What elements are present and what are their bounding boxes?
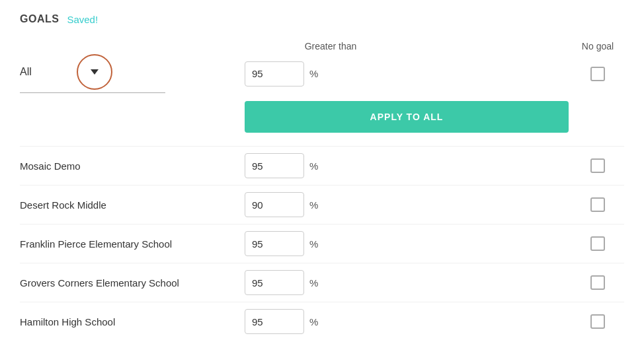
school-percent-symbol: %	[309, 199, 318, 211]
school-no-goal-checkbox[interactable]	[590, 158, 605, 173]
all-row: All %	[20, 54, 624, 93]
school-no-goal-col	[571, 236, 624, 251]
table-row: Desert Rock Middle %	[20, 185, 624, 224]
school-no-goal-col	[571, 197, 624, 212]
school-input-group: %	[245, 192, 417, 217]
school-no-goal-checkbox[interactable]	[590, 275, 605, 290]
all-input-group: %	[245, 61, 417, 86]
no-goal-header: No goal	[571, 41, 624, 51]
school-percent-input[interactable]	[245, 192, 304, 217]
school-no-goal-col	[571, 158, 624, 173]
school-input-group: %	[245, 153, 417, 178]
school-list: Mosaic Demo % Desert Rock Middle % Frank…	[20, 146, 624, 341]
table-row: Grovers Corners Elementary School %	[20, 263, 624, 302]
dropdown-wrapper: All	[20, 54, 245, 93]
column-headers: Greater than No goal	[20, 41, 624, 51]
school-input-group: %	[245, 231, 417, 256]
school-no-goal-checkbox[interactable]	[590, 197, 605, 212]
school-name: Franklin Pierce Elementary School	[20, 238, 245, 250]
school-percent-input[interactable]	[245, 309, 304, 334]
school-no-goal-col	[571, 275, 624, 290]
school-percent-symbol: %	[309, 277, 318, 289]
table-row: Franklin Pierce Elementary School %	[20, 224, 624, 263]
greater-than-header: Greater than	[245, 41, 417, 51]
all-no-goal-checkbox[interactable]	[590, 67, 605, 81]
school-input-group: %	[245, 270, 417, 295]
school-percent-input[interactable]	[245, 270, 304, 295]
school-input-group: %	[245, 309, 417, 334]
school-percent-symbol: %	[309, 238, 318, 250]
apply-to-all-button[interactable]: APPLY TO ALL	[245, 101, 569, 133]
page-title: GOALS	[20, 13, 59, 25]
all-label: All	[20, 66, 32, 78]
school-no-goal-checkbox[interactable]	[590, 314, 605, 329]
dropdown-underline: All	[20, 54, 165, 93]
school-percent-input[interactable]	[245, 153, 304, 178]
all-no-goal-col	[571, 67, 624, 81]
all-percent-symbol: %	[309, 68, 318, 79]
dropdown-button[interactable]	[77, 54, 112, 90]
school-name: Desert Rock Middle	[20, 199, 245, 211]
school-percent-symbol: %	[309, 316, 318, 327]
school-name: Mosaic Demo	[20, 160, 245, 172]
school-no-goal-checkbox[interactable]	[590, 236, 605, 251]
school-name: Grovers Corners Elementary School	[20, 277, 245, 289]
school-percent-input[interactable]	[245, 231, 304, 256]
page-container: GOALS Saved! Greater than No goal All % …	[0, 0, 644, 342]
saved-badge: Saved!	[67, 14, 98, 25]
school-percent-symbol: %	[309, 160, 318, 172]
school-name: Hamilton High School	[20, 316, 245, 327]
chevron-down-icon	[91, 69, 99, 75]
school-no-goal-col	[571, 314, 624, 329]
all-percent-input[interactable]	[245, 61, 304, 86]
header-row: GOALS Saved!	[20, 13, 624, 25]
table-row: Hamilton High School %	[20, 302, 624, 341]
table-row: Mosaic Demo %	[20, 146, 624, 185]
